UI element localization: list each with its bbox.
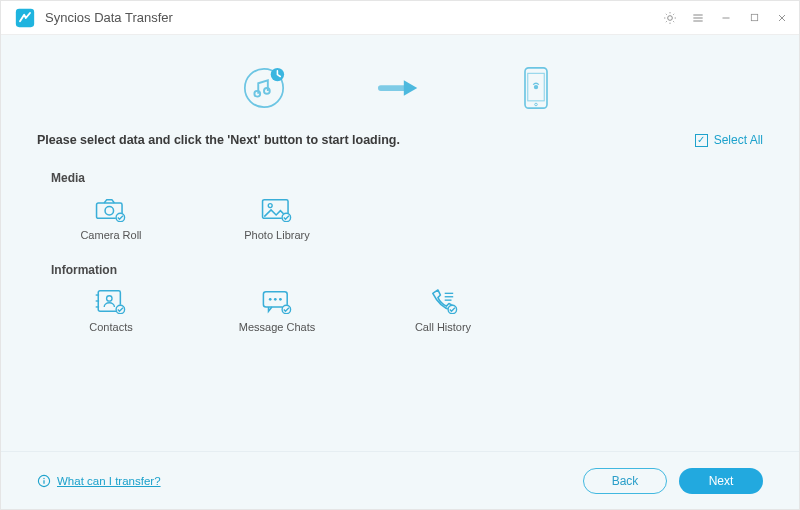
svg-point-8 <box>534 85 538 89</box>
footer: What can I transfer? Back Next <box>1 451 799 509</box>
item-label: Camera Roll <box>80 229 141 241</box>
svg-point-22 <box>107 296 112 301</box>
target-phone-icon <box>513 65 559 111</box>
title-bar: Syncios Data Transfer <box>1 1 799 35</box>
svg-point-27 <box>274 298 277 301</box>
section-information-title: Information <box>51 263 749 277</box>
svg-point-26 <box>269 298 272 301</box>
item-label: Message Chats <box>239 321 315 333</box>
item-label: Call History <box>415 321 471 333</box>
photo-icon <box>260 195 294 223</box>
svg-point-28 <box>279 298 282 301</box>
app-title: Syncios Data Transfer <box>45 10 663 25</box>
nav-buttons: Back Next <box>583 468 763 494</box>
menu-icon[interactable] <box>691 11 705 25</box>
arrow-icon <box>377 65 423 111</box>
section-media-title: Media <box>51 171 749 185</box>
item-label: Photo Library <box>244 229 309 241</box>
item-photo-library[interactable]: Photo Library <box>237 195 317 241</box>
back-button[interactable]: Back <box>583 468 667 494</box>
select-all-checkbox[interactable] <box>695 134 708 147</box>
svg-point-9 <box>535 103 538 106</box>
help-link[interactable]: What can I transfer? <box>37 474 161 488</box>
svg-point-3 <box>254 91 260 97</box>
main-panel: Please select data and click the 'Next' … <box>1 35 799 509</box>
next-button[interactable]: Next <box>679 468 763 494</box>
maximize-icon[interactable] <box>747 11 761 25</box>
select-all-label: Select All <box>714 133 763 147</box>
contacts-icon <box>94 287 128 315</box>
information-items: Contacts Message Chats <box>51 287 749 333</box>
flow-row <box>1 35 799 125</box>
help-text: What can I transfer? <box>57 475 161 487</box>
app-logo <box>15 8 35 28</box>
media-items: Camera Roll Photo Library <box>51 195 749 241</box>
source-icon <box>241 65 287 111</box>
item-label: Contacts <box>89 321 132 333</box>
instruction-row: Please select data and click the 'Next' … <box>1 125 799 147</box>
sections: Media Camera Roll <box>1 147 799 451</box>
window-controls <box>663 11 789 25</box>
gear-icon[interactable] <box>663 11 677 25</box>
svg-point-37 <box>43 477 44 478</box>
close-icon[interactable] <box>775 11 789 25</box>
item-camera-roll[interactable]: Camera Roll <box>71 195 151 241</box>
svg-point-11 <box>105 206 114 215</box>
select-all[interactable]: Select All <box>695 133 763 147</box>
minimize-icon[interactable] <box>719 11 733 25</box>
instruction-text: Please select data and click the 'Next' … <box>37 133 400 147</box>
svg-rect-1 <box>751 14 757 20</box>
item-message-chats[interactable]: Message Chats <box>237 287 317 333</box>
camera-icon <box>94 195 128 223</box>
message-icon <box>260 287 294 315</box>
item-call-history[interactable]: Call History <box>403 287 483 333</box>
phone-icon <box>426 287 460 315</box>
svg-point-15 <box>268 204 272 208</box>
item-contacts[interactable]: Contacts <box>71 287 151 333</box>
info-icon <box>37 474 51 488</box>
